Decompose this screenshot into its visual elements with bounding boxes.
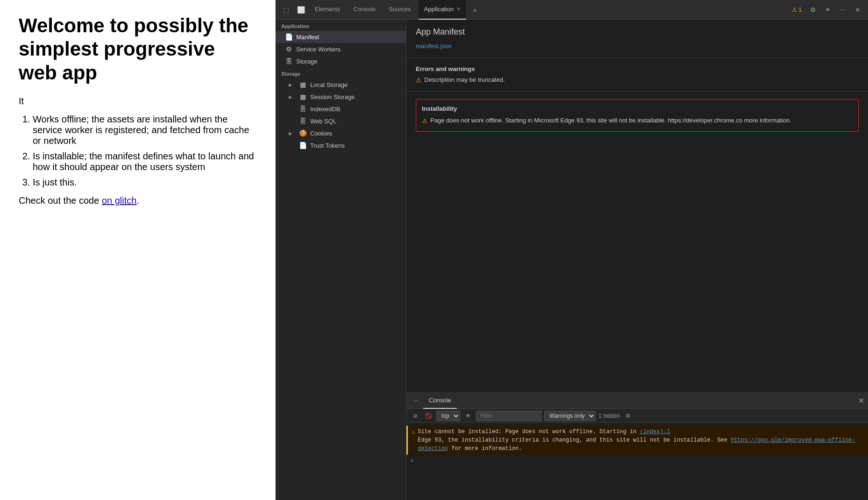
console-prompt: > bbox=[410, 457, 414, 464]
eye-icon[interactable]: 👁 bbox=[463, 411, 473, 421]
application-section-label: Application bbox=[276, 20, 406, 31]
log-level-selector[interactable]: Warnings only bbox=[544, 411, 596, 421]
devtools-sidebar: Application 📄 Manifest ⚙ Service Workers… bbox=[276, 20, 406, 500]
console-close-button[interactable]: ✕ bbox=[858, 396, 864, 405]
service-workers-icon: ⚙ bbox=[285, 45, 292, 53]
sidebar-item-session-storage[interactable]: ▶ ▦ Session Storage bbox=[276, 91, 406, 103]
clear-console-icon[interactable]: ⊘ bbox=[410, 411, 420, 421]
installability-warning: ⚠ Page does not work offline. Starting i… bbox=[422, 116, 853, 126]
console-tabbar: ⋯ Console ✕ bbox=[406, 393, 868, 409]
sidebar-item-service-workers[interactable]: ⚙ Service Workers bbox=[276, 43, 406, 55]
list-item: Is just this. bbox=[33, 177, 256, 188]
console-input[interactable] bbox=[417, 457, 864, 464]
installability-warning-icon: ⚠ bbox=[422, 116, 427, 126]
warning-text: Description may be truncated. bbox=[424, 76, 505, 83]
frame-selector[interactable]: top bbox=[436, 411, 460, 421]
errors-section: Errors and warnings ⚠ Description may be… bbox=[406, 58, 868, 92]
devtools-content: App Manifest manifest.json Errors and wa… bbox=[406, 20, 868, 393]
page-title: Welcome to possibly the simplest progres… bbox=[19, 14, 256, 85]
errors-title: Errors and warnings bbox=[416, 65, 859, 72]
list-item: Works offline; the assets are installed … bbox=[33, 114, 256, 146]
console-index-link[interactable]: (index):1 bbox=[640, 429, 670, 435]
console-toolbar: ⊘ 🚫 top 👁 Warnings only 1 hidden ⚙ bbox=[406, 409, 868, 423]
tab-sources[interactable]: Sources bbox=[383, 0, 417, 20]
manifest-icon: 📄 bbox=[285, 33, 292, 41]
cookies-icon: 🍪 bbox=[299, 129, 306, 137]
storage-icon: 🗄 bbox=[285, 57, 292, 65]
filter-input[interactable] bbox=[476, 411, 541, 421]
hidden-count: 1 hidden bbox=[598, 413, 620, 419]
trust-tokens-icon: 📄 bbox=[299, 142, 306, 149]
installability-text: Page does not work offline. Starting in … bbox=[430, 116, 791, 125]
devtools-main: Application 📄 Manifest ⚙ Service Workers… bbox=[276, 20, 868, 500]
expand-icon: ▶ bbox=[289, 82, 294, 87]
warning-icon: ⚠ bbox=[416, 77, 421, 84]
console-warning-message: ⚠ Site cannot be installed: Page does no… bbox=[406, 426, 868, 455]
devtools-right: App Manifest manifest.json Errors and wa… bbox=[406, 20, 868, 500]
more-tabs-icon[interactable]: » bbox=[468, 3, 481, 16]
glitch-link[interactable]: on glitch bbox=[102, 195, 137, 206]
tab-close-icon[interactable]: ✕ bbox=[456, 6, 461, 12]
no-icon[interactable]: 🚫 bbox=[423, 411, 434, 421]
sidebar-item-local-storage[interactable]: ▶ ▦ Local Storage bbox=[276, 79, 406, 91]
console-tab[interactable]: Console bbox=[423, 393, 457, 409]
storage-section-label: Storage bbox=[276, 67, 406, 79]
expand-icon: ▶ bbox=[289, 131, 294, 136]
intro-text: It bbox=[19, 96, 256, 107]
device-icon[interactable]: ⬜ bbox=[294, 3, 307, 16]
installability-section: Installability ⚠ Page does not work offl… bbox=[416, 99, 859, 132]
console-message-text: Site cannot be installed: Page does not … bbox=[418, 428, 864, 453]
indexeddb-icon: 🗄 bbox=[299, 105, 306, 113]
sidebar-item-cookies[interactable]: ▶ 🍪 Cookies bbox=[276, 127, 406, 139]
tab-application[interactable]: Application ✕ bbox=[419, 0, 467, 20]
app-manifest-title: App Manifest bbox=[416, 27, 859, 37]
app-manifest-section: App Manifest manifest.json bbox=[406, 20, 868, 58]
devtools-console: ⋯ Console ✕ ⊘ 🚫 top 👁 bbox=[406, 393, 868, 500]
tab-console[interactable]: Console bbox=[348, 0, 381, 20]
warning-triangle-icon: ⚠ bbox=[792, 7, 797, 13]
devtools-tabbar: ⬚ ⬜ Elements Console Sources Application… bbox=[276, 0, 868, 20]
devtools-panel: ⬚ ⬜ Elements Console Sources Application… bbox=[276, 0, 868, 500]
installability-title: Installability bbox=[422, 105, 853, 112]
session-storage-icon: ▦ bbox=[299, 93, 306, 100]
sidebar-item-storage[interactable]: 🗄 Storage bbox=[276, 55, 406, 67]
sidebar-item-websql[interactable]: ▶ 🗄 Web SQL bbox=[276, 115, 406, 127]
console-settings-icon[interactable]: ⚙ bbox=[623, 411, 633, 421]
warning-row: ⚠ Description may be truncated. bbox=[416, 76, 859, 84]
settings-icon[interactable]: ⚙ bbox=[806, 3, 819, 16]
list-item: Is installable; the manifest defines wha… bbox=[33, 151, 256, 172]
sidebar-item-manifest[interactable]: 📄 Manifest bbox=[276, 31, 406, 43]
console-warn-icon: ⚠ bbox=[412, 428, 415, 436]
tab-elements[interactable]: Elements bbox=[309, 0, 346, 20]
manifest-json-link[interactable]: manifest.json bbox=[416, 43, 452, 50]
local-storage-icon: ▦ bbox=[299, 81, 306, 88]
console-input-row: > bbox=[406, 456, 868, 466]
console-messages: ⚠ Site cannot be installed: Page does no… bbox=[406, 423, 868, 500]
webpage-panel: Welcome to possibly the simplest progres… bbox=[0, 0, 276, 500]
profile-icon[interactable]: ⚭ bbox=[821, 3, 834, 16]
websql-icon: 🗄 bbox=[299, 117, 306, 125]
sidebar-item-indexeddb[interactable]: ▶ 🗄 IndexedDB bbox=[276, 103, 406, 115]
expand-icon: ▶ bbox=[289, 94, 294, 100]
warning-badge[interactable]: ⚠ 1 bbox=[789, 7, 804, 13]
more-options-icon[interactable]: ⋯ bbox=[836, 3, 849, 16]
close-devtools-icon[interactable]: ✕ bbox=[851, 3, 864, 16]
outro-text: Check out the code on glitch. bbox=[19, 195, 256, 206]
cursor-icon[interactable]: ⬚ bbox=[279, 3, 292, 16]
console-more-icon[interactable]: ⋯ bbox=[410, 395, 421, 407]
feature-list: Works offline; the assets are installed … bbox=[33, 114, 256, 188]
sidebar-item-trust-tokens[interactable]: ▶ 📄 Trust Tokens bbox=[276, 139, 406, 151]
